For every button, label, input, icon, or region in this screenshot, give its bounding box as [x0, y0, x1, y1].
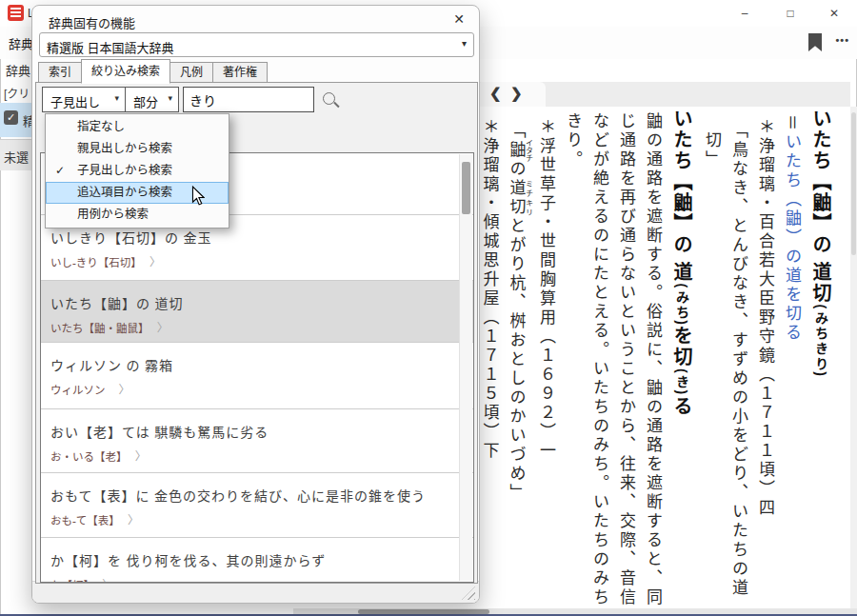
headword2-reading: (き): [674, 368, 689, 396]
result-title: いしきり【石切】の 金玉: [50, 228, 454, 247]
article-source-2: ＊浮世草子・世間胸算用（１６９２）一: [532, 107, 559, 614]
result-row[interactable]: おい【老】ては 騏驎も駑馬に劣る お・いる【老】〉: [41, 408, 473, 472]
app-icon-bars: [10, 8, 21, 18]
headword-main: いたち【鼬】の 道切: [810, 109, 831, 305]
headword2-part: る: [671, 396, 692, 417]
article-source-1: ＊浄瑠璃・百合若大臣野守鏡（１７１１頃）四: [751, 107, 778, 614]
search-icon[interactable]: [323, 92, 335, 105]
dialog-tabs: 索引 絞り込み検索 凡例 著作権: [38, 59, 267, 83]
headword2-part: を切: [671, 327, 692, 368]
scope-menu: 指定なし 親見出しから検索 ✓子見出しから検索 追込項目から検索 用例から検索: [45, 113, 229, 229]
dialog-footer: [32, 581, 479, 603]
dialog-dictionary-functions: 辞典固有の機能 ✕ 精選版 日本国語大辞典 ▾ 索引 絞り込み検索 凡例 著作権…: [31, 5, 480, 604]
result-row[interactable]: おもて【表】に 金色の交わりを結び、心に是非の錐を使う おも‐て【表】〉: [41, 472, 473, 537]
article-quote-1-line-2: 切」: [698, 107, 725, 614]
menu-dictionary[interactable]: 辞典: [9, 34, 33, 52]
chevron-right-icon: 〉: [119, 384, 130, 397]
menu-item-label: 用例から検索: [77, 208, 149, 221]
sidebar-item-selected-dictionary[interactable]: ✓ 精: [0, 103, 32, 137]
search-input[interactable]: [183, 87, 314, 112]
scope-dropdown-label: 子見出し: [50, 92, 100, 110]
scope-dropdown-button[interactable]: 子見出し ▾: [42, 87, 126, 112]
menu-item-parent-headword[interactable]: 親見出しから検索: [46, 138, 229, 160]
dialog-close-button[interactable]: ✕: [445, 8, 473, 30]
result-subtitle-text: ウィルソン: [50, 385, 106, 396]
scrollbar-thumb[interactable]: [462, 162, 470, 214]
result-subtitle: いし‐きり【石切】〉: [50, 253, 454, 270]
dictionary-select[interactable]: 精選版 日本国語大辞典 ▾: [39, 32, 474, 57]
result-title: おもて【表】に 金色の交わりを結び、心に是非の錐を使う: [50, 486, 454, 505]
chevron-right-icon: 〉: [149, 256, 161, 269]
article-quote-2: 「鼬イタチの道切ミチキリとがり杭、桝おとしのかいづめ」: [503, 107, 533, 614]
result-subtitle: ウィルソン〉: [50, 381, 454, 398]
result-row[interactable]: か【柯】を 伐り柯を伐る、其の則遠からず か【柯】〉: [41, 537, 473, 583]
match-dropdown-button[interactable]: 部分 ▾: [125, 87, 179, 112]
result-subtitle-text: お・いる【老】: [50, 451, 122, 463]
result-row-selected[interactable]: いたち【鼬】の 道切 いたち【鼬・鼬鼠】〉: [41, 280, 473, 342]
sidebar-item-unselected[interactable]: 未選: [0, 139, 32, 170]
menu-item-label: 追込項目から検索: [77, 186, 172, 199]
chevron-right-icon: 〉: [102, 579, 113, 583]
result-title: か【柯】を 伐り柯を伐る、其の則遠からず: [50, 550, 454, 569]
chevron-down-icon: ▾: [114, 93, 119, 103]
article-crossref: ＝いたち（鼬）の道を切る: [778, 107, 805, 614]
resize-grip[interactable]: [462, 586, 475, 600]
result-subtitle: か【柯】〉: [50, 576, 454, 583]
article-vertical-scrollbar[interactable]: [850, 107, 857, 608]
result-subtitle: お・いる【老】〉: [50, 447, 454, 465]
result-subtitle: おも‐て【表】〉: [50, 511, 454, 528]
maximize-button[interactable]: □: [769, 0, 811, 27]
more-menu-button[interactable]: •••: [835, 34, 849, 46]
headword-reading: (みちきり): [813, 305, 828, 378]
article-nav-strip: ❮ ❯: [473, 82, 850, 107]
result-subtitle-text: おも‐て【表】: [50, 515, 114, 527]
menu-item-no-spec[interactable]: 指定なし: [46, 116, 229, 138]
sidebar-hint-text: [クリ: [4, 85, 30, 101]
result-title: ウィルソン の 霧箱: [50, 355, 454, 374]
menu-item-label: 指定なし: [77, 120, 125, 133]
article-headword-2: いたち【鼬】の 道(みち)を切(き)る: [666, 107, 698, 614]
article-headword: いたち【鼬】の 道切(みちきり): [805, 107, 837, 614]
result-subtitle-text: か【柯】: [50, 580, 89, 583]
match-dropdown-label: 部分: [133, 92, 158, 110]
dictionary-select-value: 精選版 日本国語大辞典: [47, 38, 174, 56]
chevron-right-icon: 〉: [135, 450, 147, 464]
window-close-button[interactable]: ✕: [813, 0, 855, 27]
scrollbar-thumb[interactable]: [851, 112, 856, 255]
nav-button-group: ❮ ❯: [476, 82, 546, 107]
tab-index[interactable]: 索引: [38, 62, 82, 83]
app-icon: [8, 5, 24, 21]
tab-legend[interactable]: 凡例: [169, 62, 213, 83]
crossref-link[interactable]: いたち（鼬）の道を切る: [783, 133, 801, 343]
list-scrollbar[interactable]: [459, 154, 472, 581]
menu-item-child-headword[interactable]: ✓子見出しから検索: [46, 160, 229, 182]
article-panel: いたち【鼬】の 道切(みちきり) ＝いたち（鼬）の道を切る ＊浄瑠璃・百合若大臣…: [481, 107, 850, 614]
nav-back-button[interactable]: ❮: [489, 85, 502, 102]
minimize-button[interactable]: –: [724, 0, 766, 27]
result-subtitle: いたち【鼬・鼬鼠】〉: [50, 319, 454, 336]
result-title: いたち【鼬】の 道切: [50, 293, 454, 312]
tab-copyright[interactable]: 著作権: [212, 62, 268, 83]
headword2-reading: (みち): [674, 284, 689, 327]
check-icon: ✓: [55, 160, 65, 182]
chevron-right-icon: 〉: [128, 514, 139, 527]
crossref-equals: ＝: [783, 114, 801, 133]
sidebar-unselected-label: 未選: [4, 148, 29, 166]
menu-item-usage-example[interactable]: 用例から検索: [46, 204, 229, 226]
headword2-part: いたち【鼬】の 道: [671, 109, 692, 284]
menu-item-label: 親見出しから検索: [77, 142, 172, 155]
menu-item-label: 子見出しから検索: [77, 164, 172, 177]
tab-refine-search[interactable]: 絞り込み検索: [81, 59, 170, 84]
mouse-cursor: [191, 186, 205, 206]
article-body-line-3: などが絶えるのにたとえる。いたちのみち。いたちのみち: [586, 107, 612, 614]
nav-forward-button[interactable]: ❯: [510, 85, 523, 102]
bookmark-icon[interactable]: [808, 33, 822, 51]
article-quote-1-line-1: 「鳥なき、とんびなき、すずめの小をどり、いたちの道: [725, 107, 751, 614]
chevron-down-icon: ▾: [168, 93, 172, 103]
dictionary-checkbox[interactable]: ✓: [4, 110, 18, 125]
main-window: L – □ ✕ 辞典 ••• 辞典 [クリ ✓ 精 未選 ❮ ❯ いたち【鼬】の…: [0, 0, 857, 616]
article-body-line-4: きり。: [559, 107, 586, 614]
menu-item-appended-entry[interactable]: 追込項目から検索: [46, 182, 229, 204]
result-row[interactable]: ウィルソン の 霧箱 ウィルソン〉: [41, 342, 473, 408]
sidebar-panel-title: 辞典: [6, 61, 30, 79]
